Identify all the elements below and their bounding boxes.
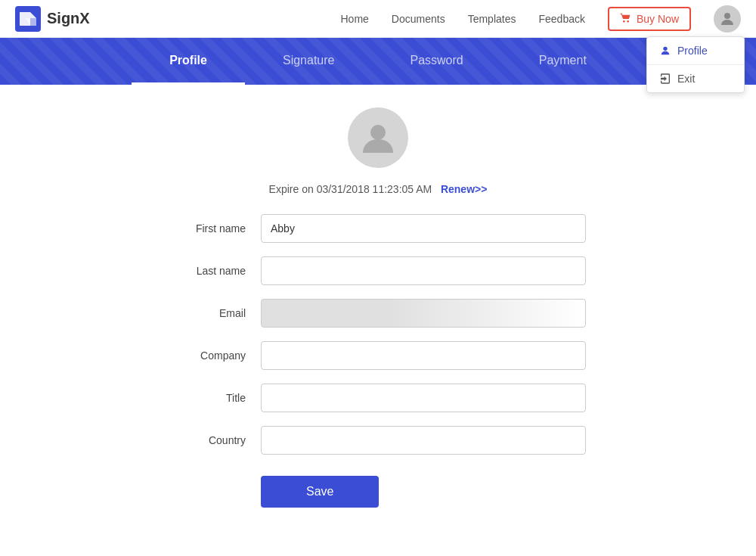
dropdown-exit-item[interactable]: Exit [647,65,744,92]
user-avatar-icon [718,10,736,28]
save-button[interactable]: Save [261,476,379,508]
app-name: SignX [47,10,90,27]
title-input[interactable] [261,384,586,412]
first-name-row: First name [170,214,586,243]
tab-payment[interactable]: Payment [501,38,624,85]
email-label: Email [170,307,261,319]
company-label: Company [170,349,261,362]
first-name-label: First name [170,222,261,235]
company-row: Company [170,341,586,370]
last-name-input[interactable] [261,256,586,285]
nav-home[interactable]: Home [341,13,369,25]
buy-now-button[interactable]: Buy Now [608,7,691,31]
expiry-text: Expire on 03/31/2018 11:23:05 AM [269,183,432,195]
tab-bar: Profile Signature Password Payment [0,38,756,85]
svg-point-3 [370,125,386,140]
logo: SignX [15,6,90,32]
header: SignX Home Documents Templates Feedback … [0,0,756,38]
dropdown-profile-item[interactable]: Profile [647,37,744,64]
profile-form: First name Last name Email Company Title… [170,214,586,508]
country-label: Country [170,434,261,446]
renew-link[interactable]: Renew>> [441,183,487,195]
tab-profile[interactable]: Profile [132,38,245,85]
last-name-row: Last name [170,256,586,285]
dropdown-exit-label: Exit [677,73,695,85]
nav-templates[interactable]: Templates [468,13,516,25]
title-row: Title [170,384,586,412]
nav-links: Home Documents Templates Feedback Buy No… [341,5,742,33]
country-input[interactable] [261,426,586,455]
email-input[interactable] [261,299,586,328]
first-name-input[interactable] [261,214,586,243]
buy-now-label: Buy Now [637,13,679,25]
expiry-info: Expire on 03/31/2018 11:23:05 AM Renew>> [269,183,488,195]
title-label: Title [170,392,261,404]
tab-signature[interactable]: Signature [245,38,373,85]
tab-password[interactable]: Password [372,38,500,85]
svg-point-1 [724,13,730,19]
dropdown-profile-label: Profile [677,45,708,57]
profile-avatar [348,107,408,168]
nav-feedback[interactable]: Feedback [538,13,584,25]
email-row: Email [170,299,586,328]
user-avatar-button[interactable] [714,5,741,33]
country-row: Country [170,426,586,455]
last-name-label: Last name [170,265,261,277]
company-input[interactable] [261,341,586,370]
profile-icon [659,45,671,57]
nav-documents[interactable]: Documents [392,13,445,25]
exit-icon [659,73,671,85]
logo-icon [15,6,41,32]
main-content: Expire on 03/31/2018 11:23:05 AM Renew>>… [0,85,756,530]
dropdown-menu: Profile Exit [646,36,745,93]
svg-point-2 [663,47,667,51]
avatar-icon [359,119,397,157]
cart-icon [620,13,632,25]
